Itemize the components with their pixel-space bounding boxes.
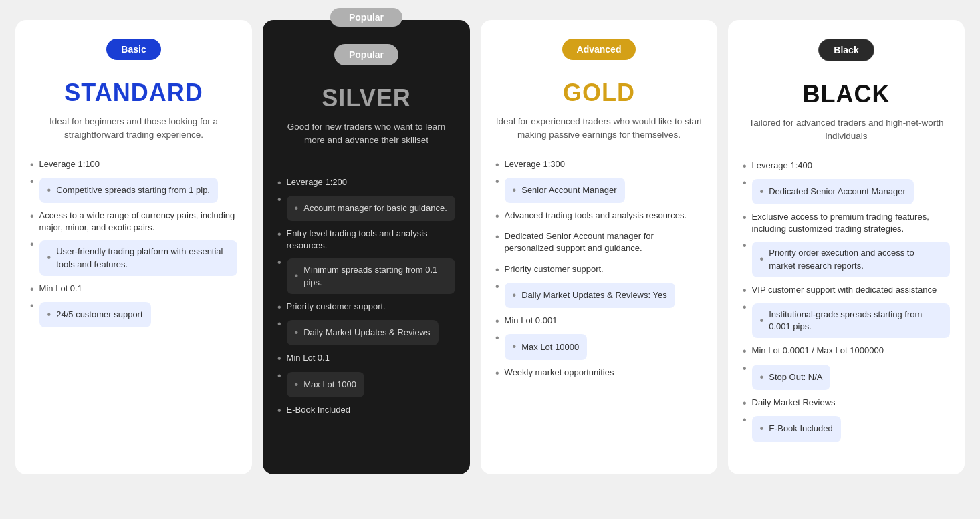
feature-black-6: Min Lot 0.0001 / Max Lot 1000000 xyxy=(743,341,950,361)
popular-badge: Popular xyxy=(330,8,402,27)
feature-gold-0: Leverage 1:300 xyxy=(495,154,703,175)
plan-black: Black BLACK Tailored for advanced trader… xyxy=(728,20,965,474)
feature-black-7: Stop Out: N/A xyxy=(743,362,950,393)
feature-standard-2: Access to a wide range of currency pairs… xyxy=(30,206,237,238)
plan-gold-badge: Advanced xyxy=(562,39,636,60)
feature-black-9: E-Book Included xyxy=(743,413,950,444)
plan-gold-desc: Ideal for experienced traders who would … xyxy=(495,115,703,142)
plan-silver-divider xyxy=(277,160,455,160)
feature-gold-6: Min Lot 0.001 xyxy=(495,311,703,331)
feature-black-4: VIP customer support with dedicated assi… xyxy=(743,280,950,301)
feature-gold-5: Daily Market Updates & Reviews: Yes xyxy=(495,280,703,311)
plan-silver-features: Leverage 1:200 Account manager for basic… xyxy=(277,172,455,421)
plan-silver-wrapper: Popular Popular SILVER Good for new trad… xyxy=(263,20,470,474)
feature-black-5: Institutional-grade spreads starting fro… xyxy=(743,301,950,341)
feature-black-8: Daily Market Reviews xyxy=(743,393,950,413)
plan-gold-features: Leverage 1:300 Senior Account Manager Ad… xyxy=(495,154,703,383)
feature-silver-1: Account manager for basic guidance. xyxy=(277,193,455,224)
plan-black-title: BLACK xyxy=(743,80,950,108)
feature-black-0: Leverage 1:400 xyxy=(743,156,950,176)
feature-silver-0: Leverage 1:200 xyxy=(277,172,455,193)
plan-black-desc: Tailored for advanced traders and high-n… xyxy=(743,116,950,144)
feature-gold-8: Weekly market opportunities xyxy=(495,363,703,383)
feature-silver-8: E-Book Included xyxy=(277,400,455,421)
feature-standard-0: Leverage 1:100 xyxy=(30,154,237,175)
feature-gold-7: Max Lot 10000 xyxy=(495,331,703,362)
feature-silver-2: Entry level trading tools and analysis r… xyxy=(277,224,455,256)
feature-black-3: Priority order execution and access to m… xyxy=(743,239,950,279)
plan-standard-badge: Basic xyxy=(106,39,160,60)
plan-silver-header: Popular SILVER Good for new traders who … xyxy=(277,44,455,148)
feature-silver-4: Priority customer support. xyxy=(277,297,455,317)
feature-silver-3: Minimum spreads starting from 0.1 pips. xyxy=(277,256,455,296)
feature-standard-3: User-friendly trading platform with esse… xyxy=(30,238,237,278)
plan-black-header: Black BLACK Tailored for advanced trader… xyxy=(743,39,950,144)
plan-standard-desc: Ideal for beginners and those looking fo… xyxy=(30,115,237,142)
feature-silver-6: Min Lot 0.1 xyxy=(277,348,455,369)
feature-standard-5: 24/5 customer support xyxy=(30,299,237,330)
feature-black-1: Dedicated Senior Account Manager xyxy=(743,176,950,207)
feature-silver-7: Max Lot 1000 xyxy=(277,369,455,400)
plan-gold-title: GOLD xyxy=(495,79,703,107)
feature-black-2: Exclusive access to premium trading feat… xyxy=(743,207,950,239)
plan-standard-title: STANDARD xyxy=(30,79,237,107)
feature-gold-3: Dedicated Senior Account manager for per… xyxy=(495,226,703,258)
plan-standard: Basic STANDARD Ideal for beginners and t… xyxy=(15,20,252,474)
plan-standard-header: Basic STANDARD Ideal for beginners and t… xyxy=(30,39,237,142)
plan-silver-title: SILVER xyxy=(277,84,455,112)
feature-standard-1: Competitive spreads starting from 1 pip. xyxy=(30,175,237,206)
feature-standard-4: Min Lot 0.1 xyxy=(30,279,237,299)
plan-gold: Advanced GOLD Ideal for experienced trad… xyxy=(481,20,717,474)
feature-gold-1: Senior Account Manager xyxy=(495,175,703,206)
feature-silver-5: Daily Market Updates & Reviews xyxy=(277,317,455,348)
plan-silver-badge: Popular xyxy=(334,44,398,65)
plan-silver: Popular SILVER Good for new traders who … xyxy=(263,20,470,474)
plan-silver-desc: Good for new traders who want to learn m… xyxy=(277,120,455,148)
feature-gold-2: Advanced trading tools and analysis reso… xyxy=(495,206,703,226)
plan-gold-header: Advanced GOLD Ideal for experienced trad… xyxy=(495,39,703,142)
plan-black-badge: Black xyxy=(818,39,874,61)
plans-container: Basic STANDARD Ideal for beginners and t… xyxy=(15,20,965,474)
plan-black-features: Leverage 1:400 Dedicated Senior Account … xyxy=(743,156,950,445)
plan-standard-features: Leverage 1:100 Competitive spreads start… xyxy=(30,154,237,331)
feature-gold-4: Priority customer support. xyxy=(495,259,703,280)
